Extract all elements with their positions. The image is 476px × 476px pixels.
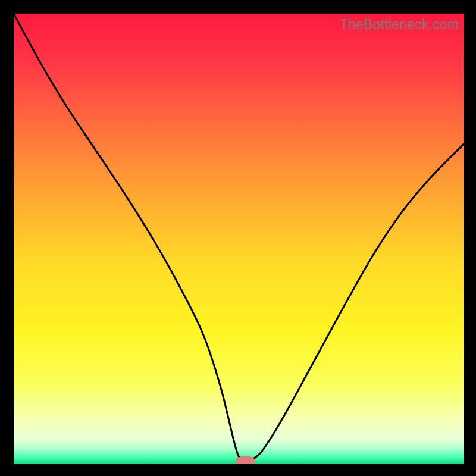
bottleneck-chart [14, 14, 464, 464]
chart-frame: TheBottleneck.com [14, 14, 464, 464]
watermark-text: TheBottleneck.com [340, 17, 459, 33]
gradient-background [14, 14, 464, 464]
